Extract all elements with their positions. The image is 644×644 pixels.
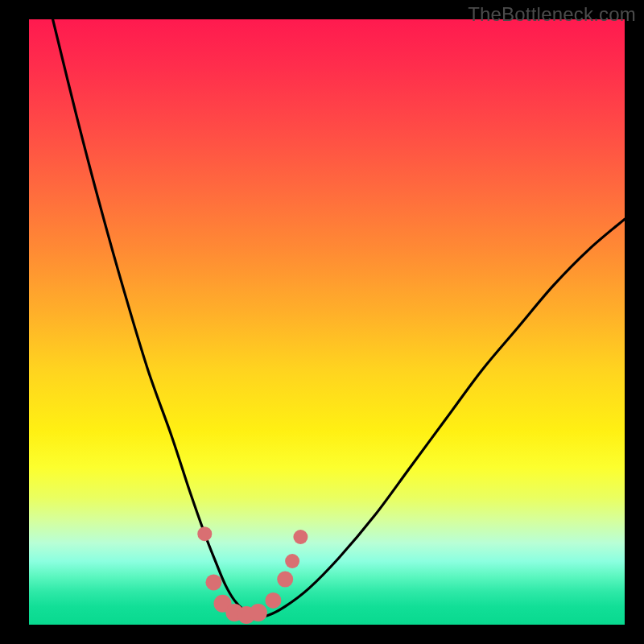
curve-markers <box>197 526 308 624</box>
bottleneck-curve <box>53 19 625 617</box>
marker-dot <box>265 592 281 609</box>
marker-dot <box>197 526 212 541</box>
marker-dot <box>293 530 308 544</box>
chart-frame: TheBottleneck.com <box>0 0 644 644</box>
watermark-text: TheBottleneck.com <box>468 3 636 26</box>
curve-layer <box>29 19 625 625</box>
marker-dot <box>285 554 299 568</box>
marker-dot <box>250 604 267 621</box>
marker-dot <box>205 574 221 590</box>
marker-dot <box>277 572 293 588</box>
plot-area <box>29 19 625 625</box>
